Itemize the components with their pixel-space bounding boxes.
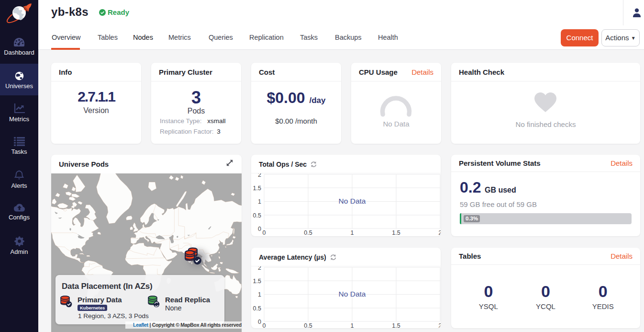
svg-text:0.5: 0.5 xyxy=(253,305,261,312)
svg-text:0: 0 xyxy=(258,226,261,232)
svg-text:2: 2 xyxy=(258,173,261,178)
svg-text:No Data: No Data xyxy=(339,290,366,298)
svg-text:1: 1 xyxy=(258,291,261,298)
svg-text:2: 2 xyxy=(439,229,441,236)
svg-text:0: 0 xyxy=(263,322,266,328)
svg-text:0.5: 0.5 xyxy=(253,212,261,219)
svg-text:1: 1 xyxy=(351,229,354,236)
svg-text:1.5: 1.5 xyxy=(253,185,261,192)
svg-text:2: 2 xyxy=(439,322,441,328)
svg-text:1: 1 xyxy=(258,198,261,205)
svg-text:0.5: 0.5 xyxy=(304,322,312,328)
svg-text:0: 0 xyxy=(258,319,261,325)
svg-text:1: 1 xyxy=(351,322,354,328)
svg-text:0: 0 xyxy=(263,229,266,236)
svg-text:1.5: 1.5 xyxy=(392,322,400,328)
svg-text:2: 2 xyxy=(258,266,261,271)
svg-text:1.5: 1.5 xyxy=(253,278,261,285)
svg-text:0.5: 0.5 xyxy=(304,229,312,236)
svg-text:1.5: 1.5 xyxy=(392,229,400,236)
svg-text:No Data: No Data xyxy=(339,197,366,205)
